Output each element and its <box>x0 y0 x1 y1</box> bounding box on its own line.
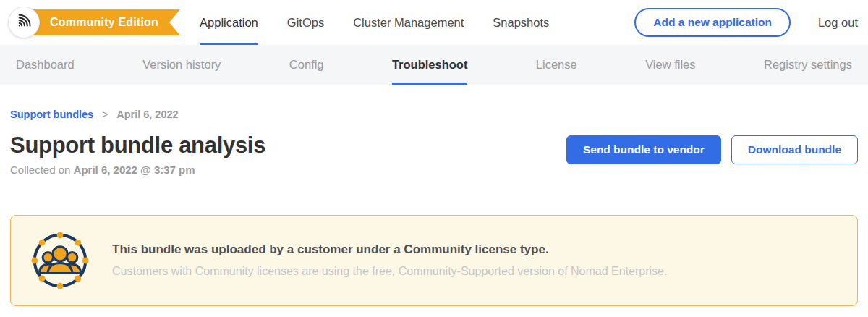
logout-link[interactable]: Log out <box>818 16 858 30</box>
breadcrumb: Support bundles > April 6, 2022 <box>10 109 858 120</box>
download-bundle-button[interactable]: Download bundle <box>731 135 858 164</box>
subnav-item-dashboard[interactable]: Dashboard <box>16 45 75 85</box>
community-license-icon <box>28 229 92 292</box>
subnav-item-version-history[interactable]: Version history <box>142 45 221 85</box>
primary-nav: Application GitOps Cluster Management Sn… <box>200 0 578 45</box>
nav-item-snapshots[interactable]: Snapshots <box>493 0 549 45</box>
add-new-application-button[interactable]: Add a new application <box>634 8 791 37</box>
replicated-logo-icon <box>14 12 33 33</box>
banner-text: This bundle was uploaded by a customer u… <box>112 242 667 278</box>
breadcrumb-current: April 6, 2022 <box>116 109 178 120</box>
app-logo[interactable] <box>8 7 40 38</box>
banner-heading: This bundle was uploaded by a customer u… <box>112 242 667 257</box>
page-title: Support bundle analysis <box>10 132 265 158</box>
subnav-item-license[interactable]: License <box>536 45 577 85</box>
main-content: Support bundles > April 6, 2022 Support … <box>0 85 868 306</box>
send-bundle-to-vendor-button[interactable]: Send bundle to vendor <box>566 135 721 164</box>
collected-prefix: Collected on <box>10 164 70 176</box>
banner-subtext: Customers with Community licenses are us… <box>112 265 667 278</box>
nav-actions: Add a new application Log out <box>634 8 858 37</box>
collected-date: April 6, 2022 @ 3:37 pm <box>74 164 195 176</box>
nav-item-gitops[interactable]: GitOps <box>287 0 324 45</box>
nav-item-cluster-management[interactable]: Cluster Management <box>353 0 464 45</box>
nav-item-application[interactable]: Application <box>200 0 258 45</box>
page-header: Support bundle analysis Collected on Apr… <box>10 132 858 176</box>
page-title-block: Support bundle analysis Collected on Apr… <box>10 132 265 176</box>
subnav-item-view-files[interactable]: View files <box>645 45 695 85</box>
brand: Community Edition <box>8 7 180 38</box>
bundle-actions: Send bundle to vendor Download bundle <box>566 135 858 164</box>
app-subnav: Dashboard Version history Config Trouble… <box>0 45 868 85</box>
collected-timestamp: Collected on April 6, 2022 @ 3:37 pm <box>10 164 265 176</box>
breadcrumb-support-bundles-link[interactable]: Support bundles <box>10 109 93 120</box>
community-license-banner: This bundle was uploaded by a customer u… <box>10 215 858 306</box>
top-navbar: Community Edition Application GitOps Clu… <box>0 0 868 45</box>
community-edition-badge: Community Edition <box>33 9 180 35</box>
subnav-item-troubleshoot[interactable]: Troubleshoot <box>392 45 468 85</box>
subnav-item-registry-settings[interactable]: Registry settings <box>764 45 852 85</box>
subnav-item-config[interactable]: Config <box>289 45 324 85</box>
breadcrumb-separator: > <box>102 109 108 120</box>
